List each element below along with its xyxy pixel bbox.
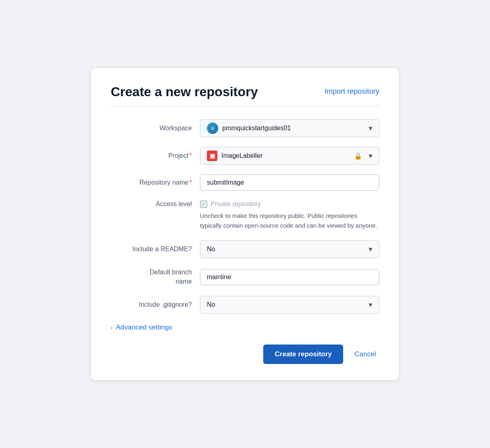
workspace-icon: ≡ <box>207 123 218 134</box>
gitignore-field: No ▾ <box>200 296 379 314</box>
page-title: Create a new repository <box>111 84 258 99</box>
project-chevron-icon: ▾ <box>369 151 372 160</box>
advanced-settings-label: Advanced settings <box>116 323 172 332</box>
project-value: ImageLabeller <box>221 152 262 159</box>
project-icon: ▣ <box>207 151 217 161</box>
advanced-settings-chevron-icon: › <box>111 324 113 331</box>
import-repository-link[interactable]: Import repository <box>325 84 379 96</box>
access-level-label: Access level <box>111 200 200 208</box>
cancel-button[interactable]: Cancel <box>351 345 379 364</box>
advanced-settings-toggle[interactable]: › Advanced settings <box>111 323 379 332</box>
workspace-row: Workspace ≡ pmmquickstartguides01 ▾ <box>111 119 379 137</box>
gitignore-label: Include .gitignore? <box>111 301 200 308</box>
create-repository-button[interactable]: Create repository <box>263 345 343 364</box>
gitignore-value: No <box>207 301 215 308</box>
private-repo-checkbox-label: Private repository <box>211 200 261 208</box>
repo-name-row: Repository name* <box>111 174 379 191</box>
workspace-field: ≡ pmmquickstartguides01 ▾ <box>200 119 379 137</box>
project-lock-icon: 🔒 <box>354 152 362 160</box>
readme-chevron-icon: ▾ <box>369 245 372 254</box>
readme-field: No ▾ <box>200 240 379 258</box>
repo-name-required-star: * <box>189 179 192 186</box>
workspace-label: Workspace <box>111 125 200 132</box>
gitignore-row: Include .gitignore? No ▾ <box>111 296 379 314</box>
readme-select[interactable]: No ▾ <box>200 240 379 258</box>
readme-value: No <box>207 246 215 253</box>
project-row: Project* ▣ ImageLabeller 🔒 ▾ <box>111 147 379 165</box>
dialog-header: Create a new repository Import repositor… <box>111 84 379 99</box>
default-branch-input[interactable] <box>200 269 379 285</box>
default-branch-label: Default branch name <box>111 268 200 286</box>
repo-name-field <box>200 174 379 191</box>
project-field: ▣ ImageLabeller 🔒 ▾ <box>200 147 379 165</box>
private-repo-checkbox[interactable] <box>200 200 207 208</box>
project-select-content: ▣ ImageLabeller <box>207 151 354 161</box>
gitignore-chevron-icon: ▾ <box>369 300 372 309</box>
project-label: Project* <box>111 152 200 159</box>
project-required-star: * <box>189 152 192 159</box>
access-level-field: Private repository Uncheck to make this … <box>200 200 379 230</box>
workspace-select-content: ≡ pmmquickstartguides01 <box>207 123 369 134</box>
workspace-value: pmmquickstartguides01 <box>222 125 291 132</box>
readme-label: Include a README? <box>111 246 200 253</box>
access-level-row: Access level Private repository Uncheck … <box>111 200 379 230</box>
repo-name-input[interactable] <box>200 174 379 191</box>
access-level-checkbox-row: Private repository <box>200 200 379 208</box>
access-level-description: Uncheck to make this repository public. … <box>200 211 379 230</box>
repo-name-label: Repository name* <box>111 179 200 186</box>
dialog-footer: Create repository Cancel <box>111 345 379 364</box>
workspace-select[interactable]: ≡ pmmquickstartguides01 ▾ <box>200 119 379 137</box>
default-branch-row: Default branch name <box>111 268 379 286</box>
create-repository-dialog: Create a new repository Import repositor… <box>91 67 399 381</box>
project-select[interactable]: ▣ ImageLabeller 🔒 ▾ <box>200 147 379 165</box>
gitignore-select[interactable]: No ▾ <box>200 296 379 314</box>
workspace-chevron-icon: ▾ <box>369 124 372 133</box>
header-divider <box>111 106 379 106</box>
readme-row: Include a README? No ▾ <box>111 240 379 258</box>
default-branch-field <box>200 269 379 285</box>
